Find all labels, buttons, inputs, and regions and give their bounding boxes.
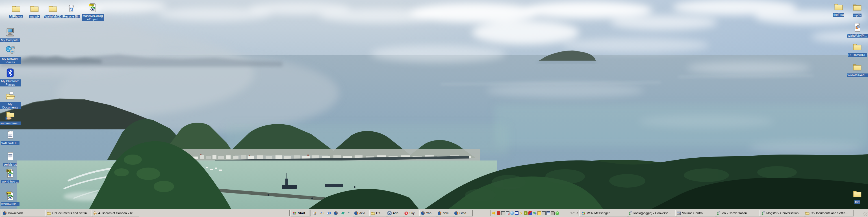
taskbar-button-winamp[interactable]: 4. Boards of Canada - Te... [92,210,139,216]
window-icon[interactable] [547,211,550,215]
taskbar-resize-grip[interactable] [863,212,867,216]
taskbar-button-explorer-2[interactable]: C:\... [369,210,388,216]
msn-buddy-icon [628,211,632,215]
text-file-icon [5,130,15,141]
taskbar-button-skype[interactable]: Sky... [403,210,421,216]
quick-launch-divider [309,210,310,216]
folder-icon [852,189,862,199]
folder-icon [852,2,862,13]
folder-icon [47,211,51,215]
monitor-icon[interactable] [542,211,546,215]
desktop-icon-wahwah4pl-file[interactable]: WahWah4Pl... [846,23,868,38]
folder-icon [852,62,862,73]
desktop-icon-label: My Bluetooth Places [0,80,21,87]
display-settings-icon[interactable] [501,211,505,215]
desktop-icon-wahwahi[interactable]: WAHWAHI... [0,130,21,145]
my-computer-icon [5,27,15,38]
desktop-icon-my-bluetooth-places[interactable]: My Bluetooth Places [0,68,21,87]
taskbar-button-jon-conversation[interactable]: jon - Conversation [715,210,761,216]
desktop-icon-recycle-bin[interactable]: Recycle Bin [60,3,82,19]
wallpaper-panorama [0,0,868,217]
desktop-icon-theflea[interactable]: theFlea [828,2,849,17]
folder-icon [371,211,375,215]
volume-window-icon [677,211,681,215]
taskbar-button-gmail[interactable]: Gma... [453,210,472,216]
taskbar-button-deviantart-2[interactable]: devi... [436,210,454,216]
taskbar-button-adobe[interactable]: Ado... [386,210,404,216]
taskbar-button-koala-conversation[interactable]: koala(peggie) - Conversa... [627,210,677,216]
internet-globe-icon[interactable] [510,211,514,215]
internet-explorer-icon [319,211,324,215]
desktop-icon-my-network-places[interactable]: My Network Places [0,46,21,64]
taskbar-button-msn-messenger[interactable]: MSN Messenger [580,210,628,216]
desktop-icon-my-computer[interactable]: My Computer [0,27,21,42]
graphics-icon[interactable] [528,211,532,215]
quick-launch-firefox[interactable] [333,210,339,216]
desktop-icon-world-2-tile-psd[interactable]: world-2-tile... [0,191,21,206]
quick-launch-overflow-chevron[interactable]: » [347,210,349,214]
desktop-icon-label: WahWah4Pl... [847,73,868,77]
desktop-icon-label: summertime... [0,122,21,125]
desktop-icon-label: wahpix [29,15,40,19]
taskbar-button-explorer-3[interactable]: C:\Documents and Settin... [804,210,853,216]
users-icon[interactable] [533,211,536,215]
desktop-icon-mp3s[interactable]: mp3s [846,2,868,17]
msn-buddy-icon [761,211,765,215]
network-error-icon[interactable] [506,211,509,215]
desktop-icon-label: MassiveCollage2b.psd [82,14,104,21]
system-tray: 17:57 [491,210,580,216]
desktop-icon-label: tart [855,200,860,204]
msn-status-online-icon[interactable] [556,211,559,215]
quick-launch-internet-explorer[interactable] [318,210,324,216]
taskbar-button-yahoo[interactable]: Yah... [419,210,438,216]
desktop-icon-serials-txt[interactable]: serials.txt [0,151,21,166]
desktop-icon-wahwah4pl-folder[interactable]: WahWah4Pl... [846,62,868,77]
quick-launch-show-desktop[interactable] [311,210,318,216]
desktop-icon-reddwarf[interactable]: REDDWARF [846,42,868,57]
taskbar-clock[interactable]: 17:57 [570,211,578,215]
desktop-icon-world-two-psd[interactable]: world-two-... [0,168,21,183]
desktop-icon-label: world-two-... [1,180,19,183]
ati-icon[interactable] [497,211,500,215]
nvidia-icon[interactable] [524,211,528,215]
msn-mail-icon[interactable] [515,211,519,215]
desktop-icon-label: WahWahCD [44,15,62,19]
firefox-icon [454,211,458,215]
volume-icon[interactable] [492,211,496,215]
power-icon[interactable] [519,211,523,215]
taskbar-segment-divider [289,210,290,216]
taskbar-button-deviantart-1[interactable]: devi... [352,210,371,216]
skype-icon [404,211,408,215]
bluetooth-icon [5,68,15,79]
desktop-icon-label: theFlea [833,13,844,17]
firefox-icon [437,211,442,215]
show-desktop-icon [312,211,317,215]
desktop-icon-my-documents[interactable]: My Documents [0,91,21,110]
taskbar-button-downloads[interactable]: Downloads [1,210,47,216]
remote-folder-icon[interactable] [537,211,541,215]
taskbar-button-volume-control[interactable]: Volume Control [675,210,717,216]
desktop-icon-summertime[interactable]: summertime... [0,110,21,125]
desktop-icon-label: world-2-tile... [1,202,20,206]
printer-icon[interactable] [551,211,555,215]
quick-launch-outlook-express[interactable] [326,210,332,216]
start-button[interactable]: Start [291,210,310,216]
quick-launch-notebook[interactable] [340,210,346,216]
desktop-icon-tart[interactable]: tart [846,189,868,204]
folder-icon [11,3,21,14]
folder-icon [805,211,809,215]
firefox-icon [3,211,7,215]
taskbar-button-explorer-1[interactable]: C:\Documents and Settin... [45,210,93,216]
firefox-icon [354,211,358,215]
desktop-icon-label: Recycle Bin [62,15,80,19]
desktop-icon-label: My Computer [0,38,20,42]
desktop-icon-massivecollage-psd[interactable]: MassiveCollage2b.psd [82,3,103,21]
taskbar-button-mogster-conversation[interactable]: Mogster - Conversation [760,210,806,216]
firefox-icon [334,211,338,215]
taskbar-segment-divider [578,210,579,216]
desktop: AllPhotos wahpix WahWahCD Recycle Bin Ma… [0,0,868,217]
media-player-icon [388,211,392,215]
shared-folder-icon [5,110,15,121]
recycle-bin-icon [66,3,76,14]
documents-folder-icon [5,91,15,102]
